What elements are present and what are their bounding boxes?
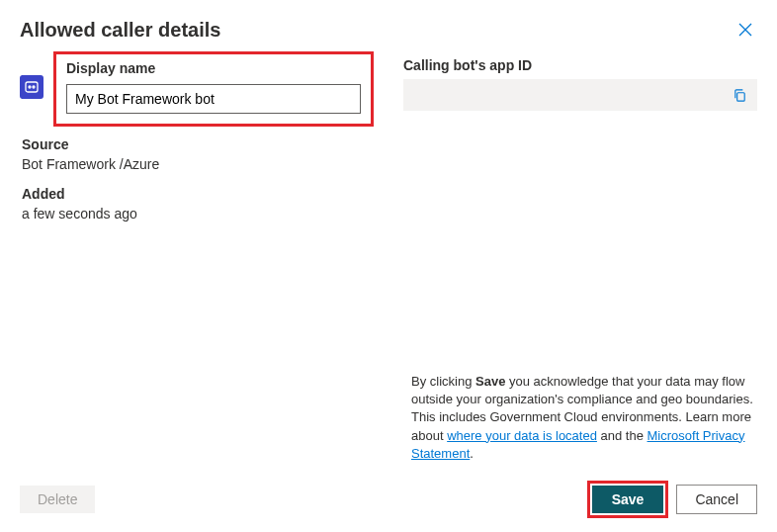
disclaimer-text: By clicking [411, 374, 475, 389]
disclaimer-middle: and the [597, 428, 648, 443]
display-name-input[interactable] [66, 84, 361, 114]
disclaimer-save-word: Save [475, 374, 505, 389]
close-button[interactable] [734, 18, 757, 42]
added-block: Added a few seconds ago [20, 186, 374, 222]
content-area: Display name Source Bot Framework /Azure… [0, 51, 777, 235]
save-button[interactable]: Save [592, 486, 664, 513]
source-block: Source Bot Framework /Azure [20, 136, 374, 172]
svg-rect-2 [26, 82, 38, 92]
data-location-link[interactable]: where your data is located [447, 428, 597, 443]
disclaimer-suffix: . [470, 446, 474, 461]
source-value: Bot Framework /Azure [22, 156, 374, 172]
left-column: Display name Source Bot Framework /Azure… [20, 51, 374, 235]
panel-title: Allowed caller details [20, 19, 220, 42]
cancel-button[interactable]: Cancel [676, 485, 757, 514]
app-id-label: Calling bot's app ID [403, 57, 757, 73]
svg-point-4 [33, 86, 35, 88]
bot-icon [20, 75, 43, 99]
added-value: a few seconds ago [22, 206, 374, 222]
source-label: Source [22, 136, 374, 152]
footer-right-buttons: Save Cancel [587, 481, 757, 518]
save-button-highlight: Save [587, 481, 669, 518]
app-id-field [403, 79, 757, 111]
copy-button[interactable] [730, 85, 749, 105]
right-column: Calling bot's app ID [403, 51, 757, 235]
svg-rect-5 [736, 92, 744, 100]
copy-icon [733, 88, 747, 103]
save-disclaimer: By clicking Save you acknowledge that yo… [411, 373, 757, 463]
svg-point-3 [29, 86, 31, 88]
added-label: Added [22, 186, 374, 202]
panel-header: Allowed caller details [0, 0, 777, 51]
display-name-highlight: Display name [53, 51, 374, 127]
close-icon [738, 23, 752, 37]
delete-button[interactable]: Delete [20, 486, 95, 513]
footer: Delete Save Cancel [20, 481, 757, 518]
display-name-label: Display name [66, 60, 361, 76]
